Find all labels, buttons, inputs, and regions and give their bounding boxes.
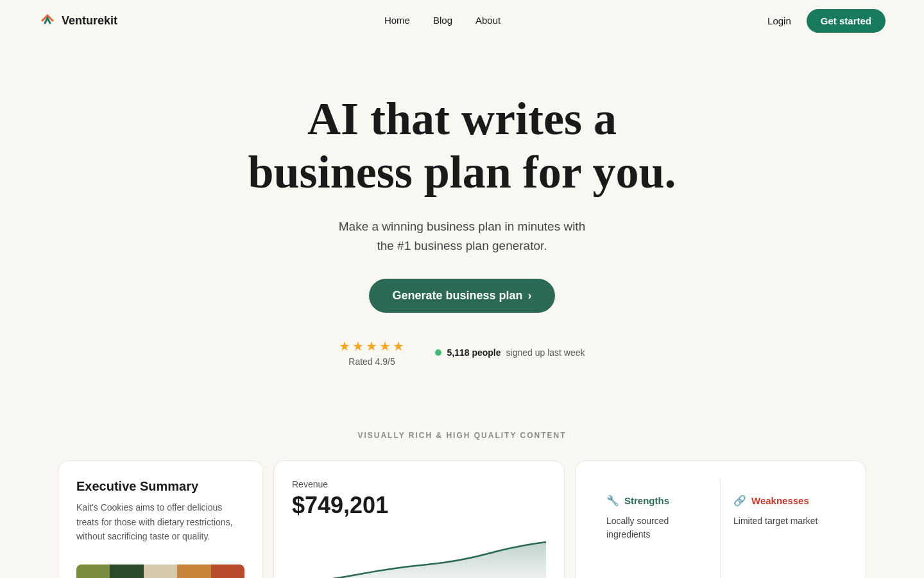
star-4: ★ [379, 338, 391, 354]
revenue-chart [292, 529, 546, 578]
star-rating: ★ ★ ★ ★ ★ [339, 338, 404, 354]
logo[interactable]: Venturekit [38, 12, 117, 30]
star-3: ★ [366, 338, 377, 354]
swatch-1 [76, 565, 110, 578]
generate-button[interactable]: Generate business plan › [369, 279, 554, 313]
swot-strengths: 🔧 Strengths Locally sourced ingredients [594, 479, 721, 578]
revenue-amount: $749,201 [292, 492, 546, 519]
section-label: VISUALLY RICH & HIGH QUALITY CONTENT [0, 431, 924, 440]
live-indicator [435, 349, 441, 356]
executive-desc: Kait's Cookies aims to offer delicious t… [76, 500, 244, 543]
weaknesses-text: Limited target market [733, 514, 835, 528]
swot-weaknesses: 🔗 Weaknesses Limited target market [721, 479, 848, 578]
weaknesses-icon: 🔗 [733, 495, 746, 507]
left-card: Executive Summary Kait's Cookies aims to… [58, 460, 263, 578]
executive-title: Executive Summary [76, 479, 244, 494]
hero-headline-line1: AI that writes a [307, 93, 617, 144]
strengths-text: Locally sourced ingredients [606, 514, 707, 541]
hero-subtext: Make a winning business plan in minutes … [38, 217, 886, 256]
hero-section: AI that writes a business plan for you. … [0, 41, 924, 392]
strengths-icon: 🔧 [606, 495, 619, 507]
social-proof: ★ ★ ★ ★ ★ Rated 4.9/5 5,118 people signe… [38, 338, 886, 367]
color-palette-block [76, 559, 244, 578]
signup-block: 5,118 people signed up last week [435, 347, 585, 358]
logo-text: Venturekit [62, 14, 117, 28]
login-link[interactable]: Login [767, 15, 791, 26]
hero-headline: AI that writes a business plan for you. [205, 92, 719, 199]
middle-card: Revenue $749,201 🥐 Vegan Croissants With… [273, 460, 565, 578]
swatch-2 [110, 565, 143, 578]
hero-headline-line2: business plan for you. [248, 146, 676, 198]
arrow-icon: › [528, 289, 532, 302]
get-started-button[interactable]: Get started [807, 9, 886, 33]
color-swatches [76, 565, 244, 578]
strengths-label: Strengths [624, 495, 669, 506]
generate-button-label: Generate business plan [392, 289, 522, 302]
nav-blog[interactable]: Blog [433, 15, 452, 26]
navigation: Venturekit Home Blog About Login Get sta… [0, 0, 924, 41]
logo-icon [38, 12, 56, 30]
executive-summary-block: Executive Summary Kait's Cookies aims to… [76, 479, 244, 543]
revenue-label: Revenue [292, 479, 546, 489]
strengths-header: 🔧 Strengths [606, 495, 707, 507]
swatch-4 [177, 565, 210, 578]
swot-card: 🔧 Strengths Locally sourced ingredients … [575, 460, 866, 578]
signup-label: signed up last week [506, 347, 585, 358]
star-5: ★ [393, 338, 404, 354]
rating-text: Rated 4.9/5 [339, 356, 404, 367]
nav-home[interactable]: Home [384, 15, 410, 26]
nav-right: Login Get started [767, 9, 886, 33]
content-cards: Executive Summary Kait's Cookies aims to… [19, 460, 905, 578]
rating-block: ★ ★ ★ ★ ★ Rated 4.9/5 [339, 338, 404, 367]
signup-count: 5,118 people [447, 347, 501, 358]
swatch-3 [144, 565, 177, 578]
swatch-5 [211, 565, 244, 578]
weaknesses-header: 🔗 Weaknesses [733, 495, 835, 507]
star-2: ★ [352, 338, 364, 354]
weaknesses-label: Weaknesses [751, 495, 809, 506]
nav-links: Home Blog About [384, 15, 501, 26]
nav-about[interactable]: About [475, 15, 501, 26]
star-1: ★ [339, 338, 350, 354]
